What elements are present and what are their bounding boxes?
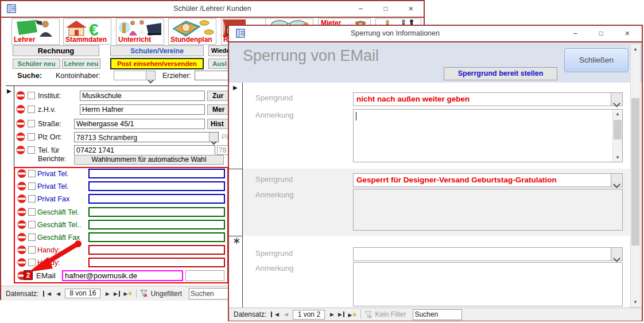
- historie-button[interactable]: Hist: [207, 119, 230, 129]
- handy-2-input[interactable]: [88, 258, 225, 267]
- phone-checkbox[interactable]: [28, 170, 36, 177]
- toolbar-stammdaten-button[interactable]: € Stammdaten: [63, 18, 111, 45]
- no-entry-icon[interactable]: [17, 207, 27, 217]
- anmerkung-textarea-3[interactable]: [353, 262, 623, 306]
- zurueck-button[interactable]: Zur: [207, 91, 230, 101]
- fg-titlebar[interactable]: Sperrung von Informationen − □ ×: [229, 26, 642, 41]
- kontoinhaber-combobox[interactable]: [114, 71, 156, 80]
- privat-tel-1-input[interactable]: [88, 169, 225, 178]
- scroll-down-icon[interactable]: ▼: [631, 299, 640, 305]
- bg-titlebar[interactable]: Schüler /Lehrer/ Kunden − □ ×: [1, 1, 424, 17]
- scroll-up-icon[interactable]: ▲: [631, 46, 640, 52]
- chevron-down-icon[interactable]: [146, 71, 155, 80]
- institut-checkbox[interactable]: [28, 92, 35, 99]
- no-entry-icon[interactable]: [17, 169, 27, 178]
- record-position[interactable]: 1 von 2: [293, 310, 325, 320]
- institut-input[interactable]: [80, 91, 205, 101]
- sperrgrund-combobox-2[interactable]: Gesperrt für Designer-Versand Geburtstag…: [353, 173, 623, 187]
- fg-close-button[interactable]: ×: [617, 26, 638, 41]
- sperrgrund-combobox-3[interactable]: [353, 247, 623, 261]
- chevron-down-icon[interactable]: [611, 93, 622, 106]
- plzort-combobox[interactable]: 78713 Schramberg: [74, 132, 219, 142]
- sperrgrund-combobox-1[interactable]: nicht nach außen weiter geben: [353, 92, 623, 106]
- no-entry-icon[interactable]: [17, 194, 27, 204]
- no-entry-icon[interactable]: [15, 119, 26, 129]
- no-entry-icon[interactable]: [17, 181, 27, 191]
- menue-button[interactable]: Mer: [207, 104, 230, 115]
- bg-minimize-button[interactable]: −: [350, 1, 371, 16]
- first-record-button[interactable]: ◀: [43, 291, 53, 297]
- new-record-marker[interactable]: ∗: [232, 235, 240, 247]
- phone-checkbox[interactable]: [28, 208, 36, 216]
- strasse-input[interactable]: [74, 119, 205, 129]
- record-position[interactable]: 8 von 16: [65, 289, 100, 298]
- anmerkung-textarea-2[interactable]: [353, 189, 623, 231]
- no-entry-icon[interactable]: [15, 104, 26, 114]
- current-record-arrow[interactable]: ▶: [233, 84, 238, 91]
- tel-berichte-input[interactable]: [74, 145, 215, 155]
- toolbar-stundenplan-button[interactable]: Stundenplan: [168, 18, 216, 45]
- phone-checkbox[interactable]: [28, 221, 36, 228]
- anmerkung-textarea-1[interactable]: ▲ ▼: [353, 109, 623, 162]
- last-record-button[interactable]: ▶: [112, 291, 120, 297]
- filter-state-label[interactable]: Kein Filter: [375, 310, 406, 318]
- handy-1-input[interactable]: [88, 245, 225, 255]
- privat-fax-input[interactable]: [88, 194, 225, 204]
- rechnung-button[interactable]: Rechnung: [13, 45, 99, 56]
- no-entry-icon[interactable]: [15, 145, 26, 155]
- previous-record-button[interactable]: ◀: [53, 291, 63, 297]
- anmerkung-label: Anmerkung: [255, 190, 293, 199]
- plzort-checkbox[interactable]: [28, 133, 35, 141]
- fg-minimize-button[interactable]: −: [565, 26, 585, 41]
- chevron-down-icon[interactable]: [209, 133, 218, 142]
- next-record-button[interactable]: ▶: [103, 291, 112, 297]
- record-search-input[interactable]: [413, 309, 462, 320]
- chevron-down-icon[interactable]: [611, 248, 622, 260]
- strasse-checkbox[interactable]: [28, 120, 35, 127]
- bg-maximize-button[interactable]: □: [375, 1, 396, 16]
- first-record-button[interactable]: ◀: [271, 312, 281, 317]
- email-extra-box[interactable]: [185, 270, 224, 281]
- geschaeft-tel-2-input[interactable]: [88, 220, 225, 229]
- scroll-up-icon[interactable]: ▲: [613, 111, 622, 116]
- scrollbar-thumb[interactable]: [614, 120, 622, 139]
- schueler-neu-button[interactable]: Schüler neu: [13, 59, 60, 69]
- phone-label: Privat Tel.: [37, 170, 69, 178]
- textarea-scrollbar[interactable]: ▲ ▼: [612, 110, 622, 162]
- record-selector-arrow[interactable]: ▶: [7, 88, 11, 94]
- tel-berichte-checkbox[interactable]: [28, 146, 35, 154]
- last-record-button[interactable]: ▶: [336, 312, 344, 317]
- geschaeft-tel-1-input[interactable]: [88, 207, 225, 217]
- next-record-button[interactable]: ▶: [327, 312, 336, 317]
- schliessen-button[interactable]: Schließen: [564, 48, 629, 72]
- phone-checkbox[interactable]: [28, 182, 36, 190]
- zhv-input[interactable]: [80, 104, 205, 115]
- fg-maximize-button[interactable]: □: [591, 26, 611, 41]
- window-scrollbar[interactable]: ▲ ▼: [630, 44, 641, 308]
- schulen-vereine-button[interactable]: Schulen/Vereine: [110, 45, 204, 56]
- record-search-input[interactable]: [189, 288, 234, 299]
- geschaeft-fax-input[interactable]: [88, 232, 225, 242]
- privat-tel-2-input[interactable]: [88, 181, 225, 191]
- filter-state-label[interactable]: Ungefiltert: [150, 290, 182, 298]
- filter-icon[interactable]: [364, 311, 372, 318]
- post-einsehen-button[interactable]: Post einsehen/versenden: [110, 58, 204, 69]
- chevron-down-icon[interactable]: [611, 174, 622, 186]
- new-record-button[interactable]: ▶∗: [348, 311, 357, 318]
- lehrer-neu-button[interactable]: Lehrer neu: [62, 59, 100, 69]
- no-entry-icon[interactable]: [17, 220, 27, 229]
- scrollbar-thumb[interactable]: [631, 98, 639, 246]
- no-entry-icon[interactable]: [15, 132, 26, 142]
- phone-checkbox[interactable]: [28, 195, 36, 203]
- previous-record-button[interactable]: ◀: [281, 312, 290, 317]
- no-entry-icon[interactable]: [15, 91, 26, 100]
- sperrgrund-bereitstellen-button[interactable]: Sperrgrund bereit stellen: [444, 67, 557, 80]
- new-record-button[interactable]: ▶∗: [123, 290, 133, 297]
- zhv-checkbox[interactable]: [28, 106, 35, 113]
- scroll-down-icon[interactable]: ▼: [613, 155, 622, 160]
- toolbar-unterricht-button[interactable]: Unterricht: [116, 18, 164, 45]
- toolbar-lehrer-button[interactable]: Lehrer: [11, 18, 60, 45]
- filter-icon[interactable]: [140, 290, 148, 297]
- wahlnummern-button[interactable]: Wahlnummern für automatische Wahl: [74, 155, 224, 165]
- bg-close-button[interactable]: ×: [401, 1, 421, 16]
